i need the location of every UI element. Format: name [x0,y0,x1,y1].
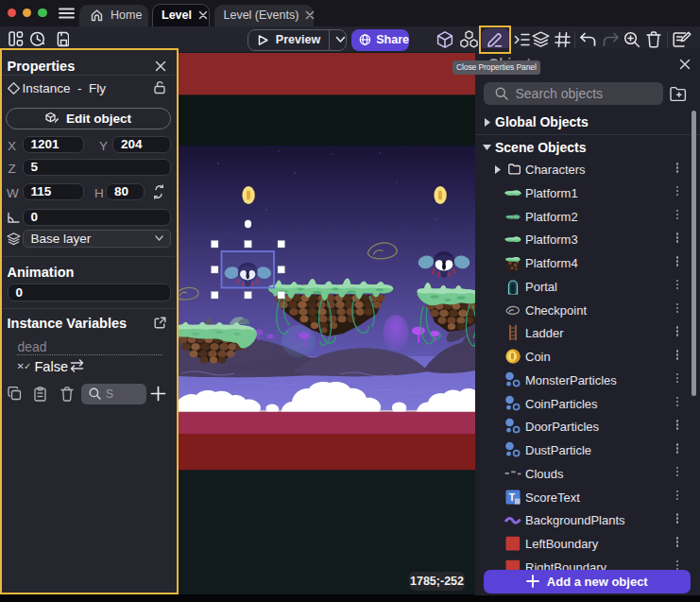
svg-text:T: T [509,490,516,502]
